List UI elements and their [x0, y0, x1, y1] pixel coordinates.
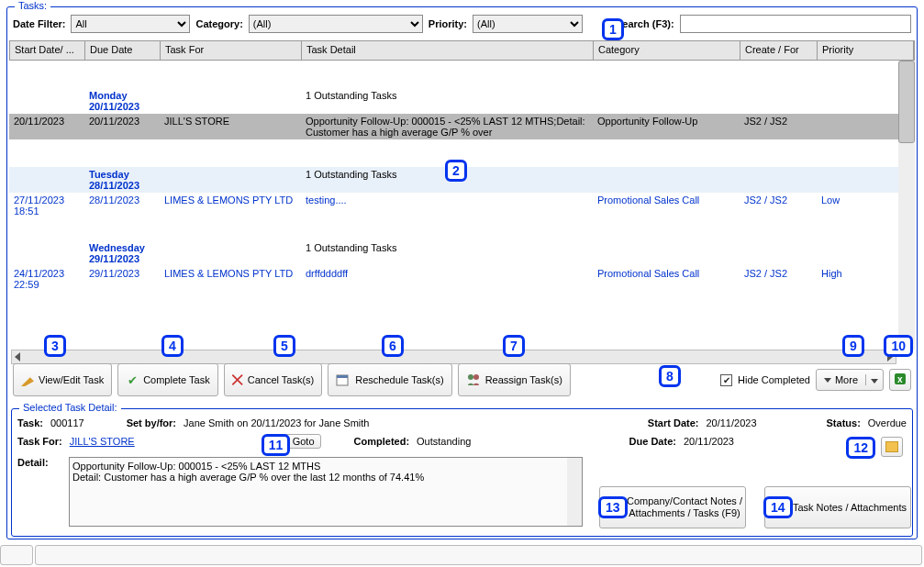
info-attachment-button[interactable]: [881, 437, 903, 457]
annotation-4: 4: [161, 335, 184, 357]
col-createfor[interactable]: Create / For: [740, 41, 818, 60]
category-select[interactable]: (All): [249, 15, 423, 33]
reschedule-icon: [336, 372, 351, 387]
task-row-selected[interactable]: 20/11/2023 20/11/2023 JILL'S STORE Oppor…: [9, 114, 898, 139]
category-label: Category:: [195, 18, 242, 29]
hide-completed-label: Hide Completed: [738, 374, 810, 385]
tasks-panel-title: Tasks:: [15, 0, 50, 11]
company-notes-button[interactable]: 13 Company/Contact Notes / Attachments /…: [599, 486, 746, 528]
day-label: Monday 20/11/2023: [84, 88, 160, 114]
col-for[interactable]: Task For: [161, 41, 302, 60]
task-id-label: Task:: [17, 417, 43, 428]
status-cell: [0, 545, 33, 565]
annotation-2: 2: [445, 160, 467, 182]
detail-scrollbar[interactable]: [567, 458, 582, 526]
v-scrollbar-thumb[interactable]: [898, 61, 915, 143]
day-label: Tuesday 28/11/2023: [84, 167, 160, 193]
task-notes-button[interactable]: 14 Task Notes / Attachments: [764, 486, 911, 528]
h-scrollbar[interactable]: [11, 350, 896, 364]
svg-rect-1: [337, 375, 348, 378]
cancel-button[interactable]: Cancel Task(s): [224, 363, 323, 396]
annotation-10: 10: [884, 335, 913, 357]
annotation-3: 3: [44, 335, 66, 357]
view-edit-button[interactable]: View/Edit Task: [13, 363, 112, 396]
annotation-12: 12: [846, 437, 875, 459]
date-filter-select[interactable]: All: [71, 15, 190, 33]
detail-text-content: Opportunity Follow-Up: 000015 - <25% LAS…: [72, 461, 424, 483]
detail-panel-title: Selected Task Detail:: [19, 402, 121, 413]
svg-point-3: [473, 374, 479, 380]
col-priority[interactable]: Priority: [818, 41, 914, 60]
search-label: Search (F3):: [616, 18, 674, 29]
col-detail[interactable]: Task Detail: [302, 41, 594, 60]
reschedule-button[interactable]: Reschedule Task(s): [328, 363, 451, 396]
outstanding-label: 1 Outstanding Tasks: [301, 240, 593, 266]
annotation-7: 7: [503, 335, 525, 357]
reassign-icon: [466, 372, 481, 387]
filter-bar: Date Filter: All Category: (All) Priorit…: [7, 11, 917, 37]
completed-value: Outstanding: [417, 436, 471, 447]
start-date-value: 20/11/2023: [706, 417, 756, 428]
svg-text:x: x: [897, 374, 903, 384]
setby-value: Jane Smith on 20/11/2023 for Jane Smith: [184, 417, 369, 428]
complete-button[interactable]: Complete Task: [117, 363, 218, 396]
priority-select[interactable]: (All): [473, 15, 583, 33]
setby-label: Set by/for:: [127, 417, 176, 428]
action-row: View/Edit Task Complete Task Cancel Task…: [13, 363, 911, 396]
pencil-icon: [21, 373, 34, 386]
start-date-label: Start Date:: [648, 417, 699, 428]
day-header-row: Monday 20/11/2023 1 Outstanding Tasks: [9, 88, 898, 114]
chevron-down-icon: [871, 379, 878, 384]
search-input[interactable]: [680, 15, 911, 33]
tasks-panel: Tasks: Date Filter: All Category: (All) …: [6, 6, 918, 539]
reassign-button[interactable]: Reassign Task(s): [458, 363, 571, 396]
grid-body[interactable]: Monday 20/11/2023 1 Outstanding Tasks 20…: [9, 61, 898, 350]
annotation-5: 5: [273, 335, 295, 357]
priority-label: Priority:: [429, 18, 467, 29]
hide-completed-checkbox[interactable]: [720, 374, 732, 386]
annotation-11: 11: [262, 434, 291, 456]
col-category[interactable]: Category: [594, 41, 740, 60]
annotation-1: 1: [602, 18, 624, 40]
cancel-icon: [232, 374, 243, 385]
col-due[interactable]: Due Date: [85, 41, 161, 60]
day-label: Wednesday 29/11/2023: [84, 240, 160, 266]
chevron-down-icon: [824, 378, 831, 383]
taskfor-link[interactable]: JILL'S STORE: [70, 436, 135, 447]
status-value: Overdue: [868, 417, 907, 428]
task-grid: Start Date/ ... Due Date Task For Task D…: [9, 40, 915, 364]
detail-textarea[interactable]: Opportunity Follow-Up: 000015 - <25% LAS…: [69, 457, 583, 527]
task-id-value: 000117: [50, 417, 84, 428]
completed-label: Completed:: [354, 436, 410, 447]
date-filter-label: Date Filter:: [13, 18, 65, 29]
taskfor-label: Task For:: [17, 436, 62, 447]
col-start[interactable]: Start Date/ ...: [10, 41, 85, 60]
annotation-14: 14: [763, 496, 793, 518]
export-icon: x: [894, 372, 907, 387]
outstanding-label: 1 Outstanding Tasks: [301, 88, 593, 114]
task-row[interactable]: 27/11/2023 18:51 28/11/2023 LIMES & LEMO…: [9, 193, 898, 218]
more-dropdown-arrow[interactable]: [865, 374, 883, 385]
status-bar: [0, 545, 924, 565]
task-row[interactable]: 24/11/2023 22:59 29/11/2023 LIMES & LEMO…: [9, 266, 898, 292]
annotation-13: 13: [598, 496, 628, 518]
more-button[interactable]: More: [816, 369, 884, 391]
status-label: Status:: [827, 417, 861, 428]
annotation-9: 9: [842, 335, 864, 357]
folder-icon: [885, 441, 898, 452]
svg-point-2: [468, 374, 473, 380]
check-icon: [126, 373, 139, 386]
annotation-6: 6: [382, 335, 404, 357]
detail-label: Detail:: [17, 457, 49, 468]
selected-task-detail-panel: Selected Task Detail: Task: 000117 Set b…: [11, 408, 913, 537]
grid-header: Start Date/ ... Due Date Task For Task D…: [9, 40, 915, 61]
status-cell: [35, 545, 922, 565]
export-button[interactable]: x: [889, 369, 911, 391]
day-header-row: Wednesday 29/11/2023 1 Outstanding Tasks: [9, 240, 898, 266]
due-date-label: Due Date:: [629, 436, 676, 447]
due-date-value: 20/11/2023: [684, 436, 734, 447]
